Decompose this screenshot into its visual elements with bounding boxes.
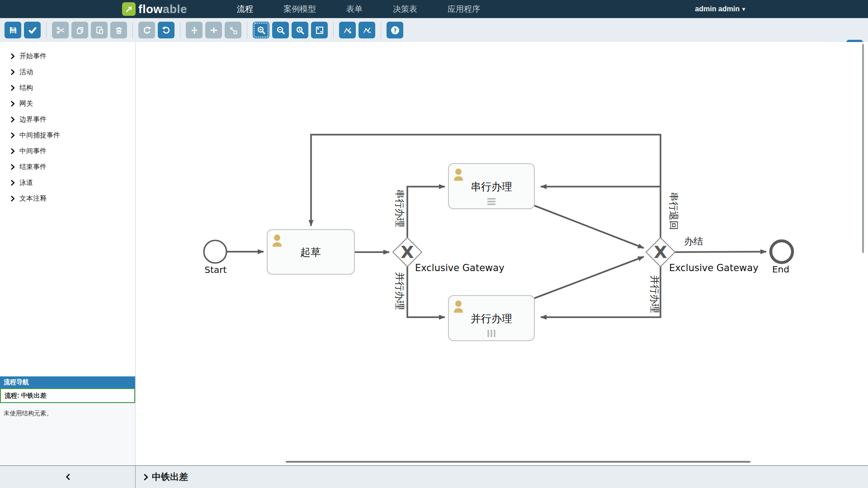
- zoom-actual-button[interactable]: 1: [292, 22, 308, 38]
- validate-button[interactable]: [24, 22, 41, 38]
- help-icon: ?: [390, 25, 400, 35]
- same-size-icon: [229, 26, 238, 35]
- main-nav-tabs: 流程 案例模型 表单 决策表 应用程序: [237, 0, 480, 18]
- task-draft-label: 起草: [300, 246, 321, 258]
- flowable-logo: ↗ flowable: [122, 2, 187, 16]
- diagram-canvas[interactable]: 串行办理 并行办理 串行退回 并行办理 办结 Start 起草: [136, 42, 868, 465]
- redo-button[interactable]: [138, 22, 155, 38]
- palette-group-gateways[interactable]: 网关: [0, 96, 135, 112]
- chevron-right-icon: [11, 180, 15, 186]
- gateway-right-label: Exclusive Gateway: [669, 263, 759, 273]
- add-bendpoint-button[interactable]: [339, 22, 356, 38]
- chevron-right-icon: [11, 53, 15, 59]
- gateway-x-mark: X: [401, 242, 414, 262]
- tab-forms[interactable]: 表单: [346, 4, 363, 14]
- undo-icon: [162, 26, 171, 35]
- sequence-flows: [226, 135, 766, 317]
- tab-apps[interactable]: 应用程序: [448, 4, 480, 14]
- chevron-right-icon: [11, 132, 15, 138]
- undo-button[interactable]: [158, 22, 175, 38]
- process-navigator-current[interactable]: 流程: 中铁出差: [0, 388, 135, 403]
- toolbar-separator: [381, 22, 381, 38]
- scissors-icon: [56, 26, 65, 35]
- flow-label-parallel-return: 并行办理: [649, 275, 660, 313]
- shape-palette: 开始事件 活动 结构 网关 边界事件 中间捕捉事件 中间事件 结束事件 泳道 文…: [0, 42, 136, 465]
- flow-gateway2-to-end[interactable]: [675, 252, 766, 252]
- zoom-out-button[interactable]: [272, 22, 289, 38]
- editor-toolbar: 1 ?: [0, 18, 868, 42]
- copy-button[interactable]: [71, 22, 88, 38]
- tab-case-models[interactable]: 案例模型: [283, 4, 316, 14]
- tab-processes[interactable]: 流程: [237, 4, 253, 14]
- trash-icon: [114, 26, 123, 35]
- save-icon: [9, 26, 18, 35]
- collapse-sidebar-button[interactable]: [0, 466, 136, 488]
- vertical-scrollbar[interactable]: [862, 44, 864, 253]
- chevron-right-icon: [11, 148, 15, 154]
- top-navbar: ↗ flowable 流程 案例模型 表单 决策表 应用程序 admin adm…: [0, 0, 868, 18]
- remove-bendpoint-icon: [363, 26, 372, 35]
- paste-button[interactable]: [91, 22, 108, 38]
- palette-group-structural[interactable]: 结构: [0, 80, 135, 96]
- zoom-out-icon: [276, 26, 285, 35]
- footer-bar: 中铁出差: [0, 465, 868, 488]
- palette-group-start-events[interactable]: 开始事件: [0, 48, 135, 64]
- align-vertical-icon: [190, 26, 199, 35]
- zoom-fit-button[interactable]: [311, 22, 328, 38]
- palette-group-text-annotation[interactable]: 文本注释: [0, 191, 135, 206]
- start-event[interactable]: [204, 240, 226, 263]
- footer-process-title: 中铁出差: [152, 471, 188, 483]
- footer-process-title-area[interactable]: 中铁出差: [136, 466, 868, 488]
- chevron-right-icon: [11, 85, 15, 91]
- align-horizontal-icon: [209, 26, 218, 35]
- flow-gateway-to-parallel[interactable]: [407, 267, 445, 317]
- user-menu[interactable]: admin admin ▾: [695, 0, 745, 18]
- flow-serial-to-gateway2[interactable]: [534, 206, 644, 248]
- redo-icon: [142, 26, 151, 35]
- paste-icon: [95, 26, 104, 35]
- gateway-left-label: Exclusive Gateway: [415, 263, 505, 273]
- chevron-right-icon: [11, 117, 15, 122]
- user-task-draft[interactable]: 起草: [267, 230, 354, 274]
- flow-label-complete: 办结: [684, 236, 703, 247]
- start-event-label: Start: [205, 264, 227, 275]
- flow-parallel-to-gateway2[interactable]: [534, 257, 644, 298]
- end-event[interactable]: [771, 241, 793, 263]
- align-horizontal-button[interactable]: [205, 22, 222, 38]
- delete-button[interactable]: [110, 22, 127, 38]
- toolbar-separator: [247, 22, 247, 38]
- palette-group-end-events[interactable]: 结束事件: [0, 159, 135, 175]
- chevron-left-icon: [66, 474, 70, 480]
- help-button[interactable]: ?: [387, 22, 403, 38]
- toolbar-separator: [132, 22, 133, 38]
- flowable-logo-icon: ↗: [122, 2, 136, 16]
- save-button[interactable]: [5, 22, 21, 38]
- palette-group-intermediate-catching-events[interactable]: 中间捕捉事件: [0, 127, 135, 143]
- cut-button[interactable]: [52, 22, 69, 38]
- zoom-in-button[interactable]: [253, 22, 269, 38]
- toolbar-separator: [180, 22, 180, 38]
- flow-gateway2-return-to-parallel[interactable]: [541, 267, 660, 317]
- chevron-down-icon: ▾: [742, 6, 745, 12]
- copy-icon: [75, 26, 85, 35]
- align-vertical-button[interactable]: [186, 22, 203, 38]
- horizontal-scrollbar[interactable]: [286, 461, 750, 463]
- task-parallel-label: 并行办理: [471, 313, 512, 324]
- user-task-serial[interactable]: 串行办理: [448, 164, 534, 209]
- bpmn-diagram: 串行办理 并行办理 串行退回 并行办理 办结 Start 起草: [136, 42, 868, 465]
- same-size-button[interactable]: [225, 22, 241, 38]
- palette-group-boundary-events[interactable]: 边界事件: [0, 112, 135, 127]
- palette-group-intermediate-events[interactable]: 中间事件: [0, 143, 135, 159]
- user-task-parallel[interactable]: 并行办理: [448, 296, 534, 341]
- remove-bendpoint-button[interactable]: [359, 22, 375, 38]
- chevron-right-icon: [144, 474, 148, 481]
- flow-label-serial: 串行办理: [394, 189, 405, 227]
- zoom-in-icon: [257, 26, 266, 35]
- gateway-x-mark: X: [654, 242, 667, 262]
- tab-decision-tables[interactable]: 决策表: [393, 4, 417, 14]
- palette-group-swimlanes[interactable]: 泳道: [0, 175, 135, 191]
- logo-text-able: able: [163, 2, 187, 16]
- palette-group-activities[interactable]: 活动: [0, 64, 135, 80]
- flow-gateway-to-serial[interactable]: [407, 187, 445, 238]
- end-event-label: End: [772, 264, 789, 275]
